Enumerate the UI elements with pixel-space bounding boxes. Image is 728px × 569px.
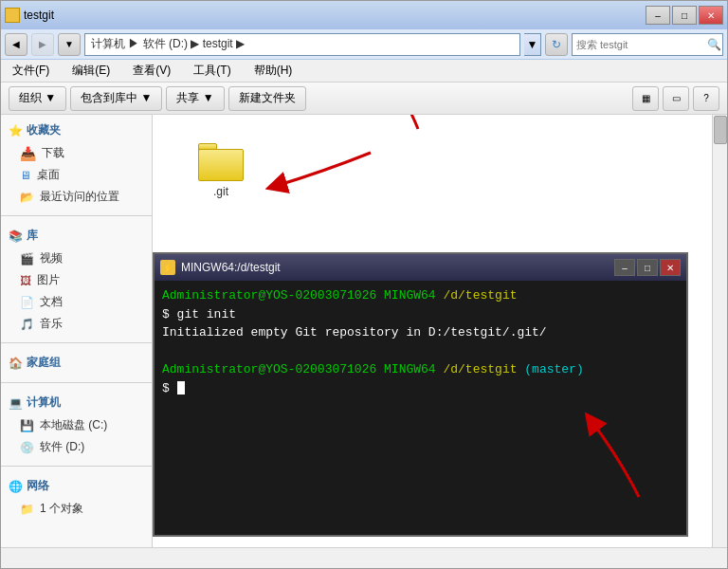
minimize-button[interactable]: – (646, 6, 670, 25)
folder-label: .git (213, 185, 228, 198)
favorites-section: ⭐ 收藏夹 📥 下载 🖥 桌面 📂 最近访问的位置 (1, 115, 152, 211)
homegroup-icon: 🏠 (9, 357, 23, 370)
homegroup-section: 🏠 家庭组 (1, 347, 152, 378)
close-button[interactable]: ✕ (699, 6, 723, 25)
sidebar-favorites-header[interactable]: ⭐ 收藏夹 (1, 119, 152, 142)
git-folder-item[interactable]: .git (183, 136, 259, 206)
address-dropdown[interactable]: ▼ (524, 33, 541, 56)
folder-body (198, 149, 244, 181)
terminal-title-text: MINGW64:/d/testgit (181, 261, 281, 274)
folder-icon (5, 8, 20, 23)
sidebar-library-header[interactable]: 📚 库 (1, 224, 152, 248)
library-section: 📚 库 🎬 视频 🖼 图片 📄 文档 🎵 音乐 (1, 220, 152, 339)
content-area: .git (153, 115, 727, 547)
image-label: 图片 (37, 272, 60, 288)
search-box[interactable]: 🔍 (572, 33, 723, 56)
terminal-icon: ⚡ (160, 260, 175, 275)
sidebar-item-doc[interactable]: 📄 文档 (1, 291, 152, 313)
add-to-library-button[interactable]: 包含到库中 ▼ (70, 86, 162, 111)
terminal-output-1: Initialized empty Git repository in D:/t… (162, 325, 547, 340)
network-count-label: 1 个对象 (40, 501, 83, 517)
address-path: 计算机 ▶ 软件 (D:) ▶ testgit ▶ (91, 36, 245, 52)
view-toggle-button[interactable]: ▦ (632, 86, 659, 111)
terminal-body[interactable]: Administrator@YOS-02003071026 MINGW64 /d… (155, 281, 686, 535)
terminal-line-1: Administrator@YOS-02003071026 MINGW64 /d… (162, 286, 679, 305)
menu-bar: 文件(F) 编辑(E) 查看(V) 工具(T) 帮助(H) (1, 60, 727, 83)
computer-label: 计算机 (27, 395, 61, 411)
network-label: 网络 (27, 478, 49, 494)
terminal-cursor-prompt: $ (162, 381, 177, 395)
sidebar-item-music[interactable]: 🎵 音乐 (1, 313, 152, 335)
recent-label: 最近访问的位置 (40, 189, 119, 205)
download-label: 下载 (42, 145, 64, 161)
image-icon: 🖼 (20, 274, 31, 287)
terminal-path-2: /d/testgit (443, 362, 524, 376)
terminal-line-3: Initialized empty Git repository in D:/t… (162, 323, 679, 342)
terminal-cursor (177, 381, 185, 395)
divider-2 (1, 342, 152, 343)
terminal-cmd-1: $ git init (162, 307, 236, 321)
c-drive-label: 本地磁盘 (C:) (40, 417, 107, 433)
star-icon: ⭐ (9, 124, 23, 138)
video-label: 视频 (40, 250, 63, 266)
maximize-button[interactable]: □ (672, 6, 697, 25)
folder-image (198, 143, 244, 181)
menu-file[interactable]: 文件(F) (5, 61, 57, 81)
sidebar-network-header[interactable]: 🌐 网络 (1, 474, 152, 498)
music-label: 音乐 (40, 316, 63, 332)
title-bar-left: testgit (5, 8, 54, 23)
terminal-prompt-2: Administrator@YOS-02003071026 MINGW64 (162, 362, 436, 376)
sidebar-computer-header[interactable]: 💻 计算机 (1, 391, 152, 414)
menu-help[interactable]: 帮助(H) (246, 61, 300, 81)
status-bar (1, 547, 727, 568)
menu-view[interactable]: 查看(V) (125, 61, 178, 81)
terminal-line-2: $ git init (162, 305, 679, 324)
scroll-thumb[interactable] (714, 116, 727, 144)
favorites-label: 收藏夹 (27, 122, 61, 138)
sidebar-item-desktop[interactable]: 🖥 桌面 (1, 164, 152, 186)
toolbar: 组织 ▼ 包含到库中 ▼ 共享 ▼ 新建文件夹 ▦ ▭ ? (1, 83, 727, 115)
window-title: testgit (24, 9, 54, 22)
sidebar-item-video[interactable]: 🎬 视频 (1, 248, 152, 269)
terminal-maximize-button[interactable]: □ (637, 259, 658, 276)
sidebar-item-recent[interactable]: 📂 最近访问的位置 (1, 186, 152, 208)
terminal-line-blank (162, 342, 679, 361)
sidebar-item-image[interactable]: 🖼 图片 (1, 269, 152, 291)
title-bar-buttons: – □ ✕ (646, 6, 723, 25)
title-bar: testgit – □ ✕ (1, 1, 727, 29)
sidebar-item-c-drive[interactable]: 💾 本地磁盘 (C:) (1, 414, 152, 436)
preview-toggle-button[interactable]: ▭ (663, 86, 689, 111)
sidebar-item-network-count[interactable]: 📁 1 个对象 (1, 498, 152, 520)
share-button[interactable]: 共享 ▼ (166, 86, 224, 111)
menu-edit[interactable]: 编辑(E) (64, 61, 118, 81)
library-label: 库 (27, 228, 38, 244)
homegroup-label: 家庭组 (27, 355, 61, 371)
divider-1 (1, 215, 152, 216)
sidebar-item-d-drive[interactable]: 💿 软件 (D:) (1, 436, 152, 458)
doc-label: 文档 (40, 294, 63, 310)
scrollbar[interactable] (712, 115, 727, 547)
d-drive-label: 软件 (D:) (40, 439, 84, 455)
address-bar: ◀ ▶ ▼ 计算机 ▶ 软件 (D:) ▶ testgit ▶ ▼ ↻ 🔍 (1, 29, 727, 60)
forward-button[interactable]: ▶ (31, 33, 54, 56)
music-icon: 🎵 (20, 318, 34, 331)
terminal-path-1: /d/testgit (443, 288, 517, 303)
divider-3 (1, 382, 152, 383)
sidebar-item-download[interactable]: 📥 下载 (1, 142, 152, 164)
computer-icon: 💻 (9, 396, 23, 410)
terminal-minimize-button[interactable]: – (614, 259, 635, 276)
terminal-close-button[interactable]: ✕ (660, 259, 681, 276)
help-button[interactable]: ? (693, 86, 719, 111)
disk-d-icon: 💿 (20, 441, 34, 454)
terminal-master-label: (master) (524, 362, 583, 376)
back-button[interactable]: ◀ (5, 33, 27, 56)
recent-button[interactable]: ▼ (58, 33, 81, 56)
refresh-button[interactable]: ↻ (545, 33, 568, 56)
menu-tools[interactable]: 工具(T) (186, 61, 238, 81)
new-folder-button[interactable]: 新建文件夹 (228, 86, 306, 111)
recent-icon: 📂 (20, 191, 34, 204)
organize-button[interactable]: 组织 ▼ (9, 86, 66, 111)
search-input[interactable] (576, 39, 707, 50)
address-input[interactable]: 计算机 ▶ 软件 (D:) ▶ testgit ▶ (84, 33, 520, 56)
sidebar-homegroup-header[interactable]: 🏠 家庭组 (1, 351, 152, 375)
